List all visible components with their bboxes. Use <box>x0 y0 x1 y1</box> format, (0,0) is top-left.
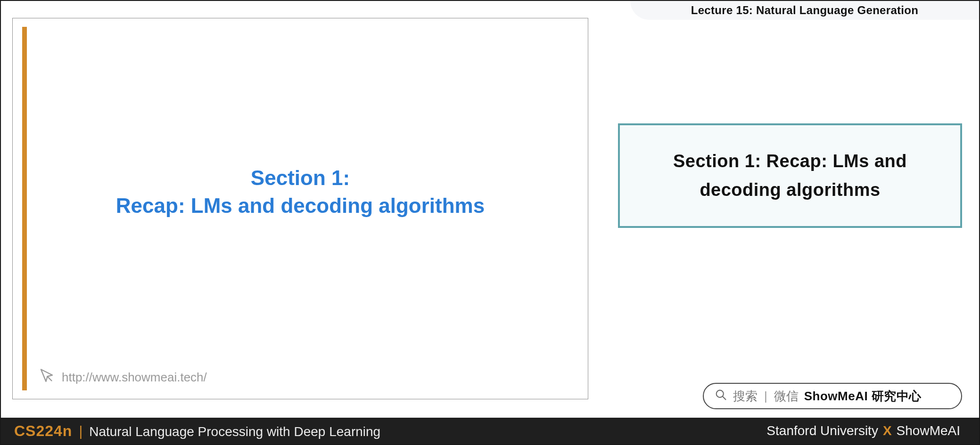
embedded-slide: Section 1: Recap: LMs and decoding algor… <box>12 18 588 399</box>
section-callout: Section 1: Recap: LMs and decoding algor… <box>618 123 962 228</box>
slide-title-line2: Recap: LMs and decoding algorithms <box>13 192 588 219</box>
footer-bar: CS224n | Natural Language Processing wit… <box>1 418 979 444</box>
footer-right: Stanford University X ShowMeAI <box>766 423 960 438</box>
slide-source-link[interactable]: http://www.showmeai.tech/ <box>38 367 207 388</box>
footer-pipe: | <box>79 423 82 439</box>
slide-title: Section 1: Recap: LMs and decoding algor… <box>13 164 588 220</box>
university-name: Stanford University <box>766 423 878 438</box>
search-icon <box>714 388 727 405</box>
lecture-title: Lecture 15: Natural Language Generation <box>691 4 918 17</box>
course-subtitle: Natural Language Processing with Deep Le… <box>89 424 380 439</box>
slide-link-text: http://www.showmeai.tech/ <box>62 370 207 385</box>
search-brand: ShowMeAI 研究中心 <box>804 388 922 405</box>
section-callout-text: Section 1: Recap: LMs and decoding algor… <box>639 147 941 204</box>
course-code: CS224n <box>14 422 72 440</box>
slide-title-line1: Section 1: <box>13 164 588 192</box>
slide-page: Lecture 15: Natural Language Generation … <box>0 0 980 445</box>
search-pill[interactable]: 搜索 | 微信 ShowMeAI 研究中心 <box>703 383 962 409</box>
collab-x: X <box>883 423 892 438</box>
search-hint-2: 微信 <box>774 388 799 405</box>
footer-left: CS224n | Natural Language Processing wit… <box>14 422 380 440</box>
lecture-header: Lecture 15: Natural Language Generation <box>630 1 979 20</box>
search-hint-1: 搜索 <box>733 388 758 405</box>
cursor-icon <box>38 367 55 388</box>
search-divider: | <box>763 389 768 404</box>
svg-line-1 <box>723 396 725 399</box>
organization-name: ShowMeAI <box>897 423 960 438</box>
